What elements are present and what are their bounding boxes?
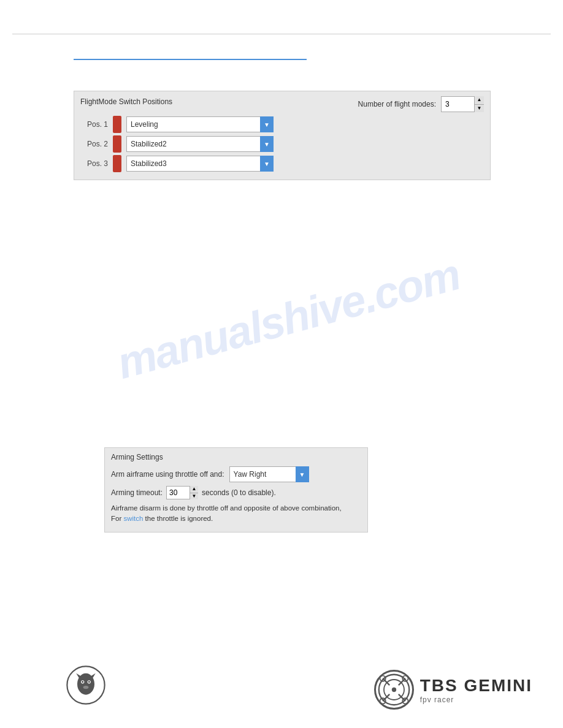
pos2-select-wrapper: Leveling Stabilized2 Stabilized3 Acro ▼ (126, 136, 274, 152)
flight-modes-spinner: ▲ ▼ (474, 96, 484, 112)
svg-point-6 (82, 681, 83, 683)
arming-panel-title: Arming Settings (111, 453, 361, 461)
timeout-suffix: seconds (0 to disable). (202, 488, 276, 497)
timeout-input-wrapper: ▲ ▼ (166, 486, 198, 499)
flightmode-rows: Pos. 1 Leveling Stabilized2 Stabilized3 … (80, 116, 484, 172)
blue-link-area[interactable] (74, 49, 307, 60)
tbs-logo-circle (374, 670, 414, 710)
arm-label: Arm airframe using throttle off and: (111, 470, 224, 479)
tbs-text-area: TBS GEMINI fpv racer (420, 676, 532, 704)
timeout-row: Arming timeout: ▲ ▼ seconds (0 to disabl… (111, 486, 361, 499)
flight-modes-spin-down[interactable]: ▼ (475, 105, 484, 113)
svg-point-8 (83, 686, 89, 689)
svg-point-7 (88, 681, 90, 683)
pos3-select-wrapper: Leveling Stabilized2 Stabilized3 Acro ▼ (126, 156, 274, 172)
arming-info: Airframe disarm is done by throttle off … (111, 503, 361, 525)
pos1-label: Pos. 1 (80, 120, 108, 129)
arming-info-suffix: the throttle is ignored. (145, 515, 213, 522)
flightmode-panel-title: FlightMode Switch Positions (80, 97, 172, 106)
pos2-select[interactable]: Leveling Stabilized2 Stabilized3 Acro (126, 136, 274, 152)
timeout-spin-down[interactable]: ▼ (190, 493, 198, 500)
flightmode-row-3: Pos. 3 Leveling Stabilized2 Stabilized3 … (80, 155, 484, 172)
timeout-spinner: ▲ ▼ (190, 486, 198, 499)
pos1-select[interactable]: Leveling Stabilized2 Stabilized3 Acro (126, 116, 274, 132)
watermark: manualshive.com (109, 161, 468, 477)
flight-modes-count-area: Number of flight modes: ▲ ▼ (358, 96, 484, 112)
flight-modes-spin-up[interactable]: ▲ (475, 96, 484, 105)
pos3-select[interactable]: Leveling Stabilized2 Stabilized3 Acro (126, 156, 274, 172)
arming-info-prefix: For (111, 515, 121, 522)
flightmode-row-2: Pos. 2 Leveling Stabilized2 Stabilized3 … (80, 135, 484, 153)
timeout-spin-up[interactable]: ▲ (190, 486, 198, 493)
arming-info-blue: switch (123, 515, 143, 522)
pos1-select-wrapper: Leveling Stabilized2 Stabilized3 Acro ▼ (126, 116, 274, 132)
timeout-label: Arming timeout: (111, 488, 163, 497)
tbs-sub-text: fpv racer (420, 696, 532, 704)
arm-row: Arm airframe using throttle off and: Yaw… (111, 466, 361, 482)
bottom-right-logo-area: TBS GEMINI fpv racer (374, 670, 532, 710)
pos3-indicator (113, 155, 121, 172)
arming-info-line1: Airframe disarm is done by throttle off … (111, 504, 342, 512)
flight-modes-input-wrapper: ▲ ▼ (441, 96, 484, 112)
goat-logo-svg (64, 664, 107, 707)
svg-point-11 (391, 688, 396, 692)
flightmode-row-1: Pos. 1 Leveling Stabilized2 Stabilized3 … (80, 116, 484, 133)
bottom-left-logo (61, 661, 110, 710)
tbs-main-text: TBS GEMINI (420, 676, 532, 696)
flightmode-panel: FlightMode Switch Positions Number of fl… (74, 91, 491, 180)
pos2-label: Pos. 2 (80, 140, 108, 148)
pos1-indicator (113, 116, 121, 133)
pos3-label: Pos. 3 (80, 159, 108, 168)
flight-modes-label: Number of flight modes: (358, 100, 436, 108)
tbs-circle-svg (377, 673, 411, 707)
yaw-select-wrapper: Yaw Right Yaw Left Switch ▼ (229, 466, 309, 482)
top-divider (12, 34, 551, 34)
pos2-indicator (113, 135, 121, 153)
arming-panel: Arming Settings Arm airframe using throt… (104, 447, 368, 533)
yaw-select[interactable]: Yaw Right Yaw Left Switch (229, 466, 309, 482)
